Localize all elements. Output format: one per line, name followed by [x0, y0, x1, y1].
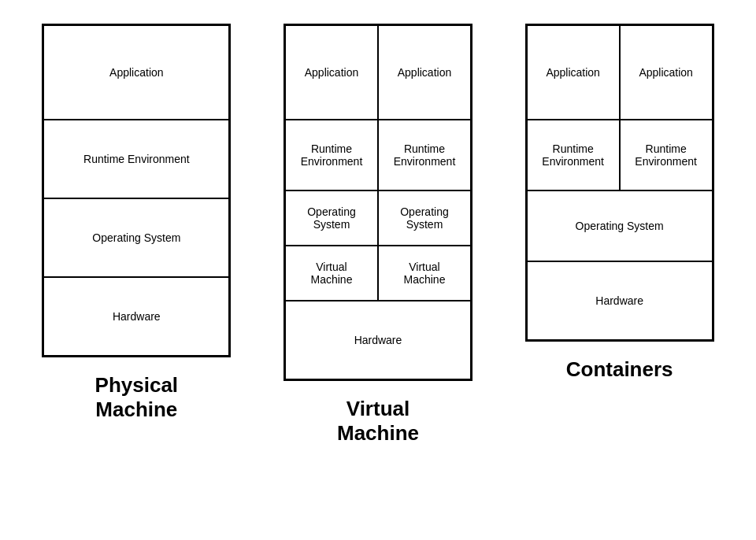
ct-app-row: Application Application: [527, 25, 713, 120]
virtual-machine-column: Application Application RuntimeEnvironme…: [284, 24, 472, 446]
ct-hardware-cell: Hardware: [527, 261, 713, 340]
ct-app-right: Application: [620, 25, 713, 120]
vm-app-left: Application: [285, 25, 378, 120]
physical-machine-column: Application Runtime Environment Operatin…: [42, 24, 231, 422]
pm-hardware-cell: Hardware: [43, 277, 229, 356]
pm-os-cell: Operating System: [43, 198, 229, 277]
page-container: Application Runtime Environment Operatin…: [16, 16, 740, 446]
ct-runtime-row: RuntimeEnvironment RuntimeEnvironment: [527, 120, 713, 190]
ct-os-cell: Operating System: [527, 190, 713, 261]
containers-label: Containers: [566, 357, 673, 382]
vm-os-row: OperatingSystem OperatingSystem: [285, 190, 471, 246]
vm-vmachine-row: VirtualMachine VirtualMachine: [285, 246, 471, 301]
vm-runtime-left: RuntimeEnvironment: [285, 120, 378, 190]
ct-app-left: Application: [527, 25, 620, 120]
ct-runtime-right: RuntimeEnvironment: [620, 120, 713, 190]
containers-diagram: Application Application RuntimeEnvironme…: [525, 24, 714, 342]
pm-runtime-cell: Runtime Environment: [43, 120, 229, 198]
vm-app-row: Application Application: [285, 25, 471, 120]
virtual-machine-diagram: Application Application RuntimeEnvironme…: [284, 24, 472, 381]
vm-app-right: Application: [378, 25, 471, 120]
ct-runtime-left: RuntimeEnvironment: [527, 120, 620, 190]
virtual-machine-label: VirtualMachine: [337, 397, 419, 446]
vm-os-right: OperatingSystem: [378, 190, 471, 246]
vm-hardware-cell: Hardware: [285, 301, 471, 379]
vm-os-left: OperatingSystem: [285, 190, 378, 246]
vm-runtime-row: RuntimeEnvironment RuntimeEnvironment: [285, 120, 471, 190]
vm-vmachine-right: VirtualMachine: [378, 246, 471, 301]
containers-column: Application Application RuntimeEnvironme…: [525, 24, 714, 382]
pm-application-cell: Application: [43, 25, 229, 120]
vm-vmachine-left: VirtualMachine: [285, 246, 378, 301]
physical-machine-label: PhysicalMachine: [95, 373, 179, 422]
physical-machine-diagram: Application Runtime Environment Operatin…: [42, 24, 231, 357]
vm-runtime-right: RuntimeEnvironment: [378, 120, 471, 190]
